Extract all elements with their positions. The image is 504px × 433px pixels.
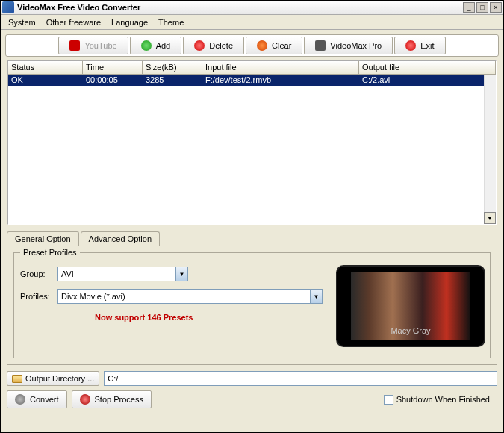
group-dropdown[interactable]: AVI ▼ — [57, 267, 188, 281]
window-title: VideoMax Free Video Converter — [17, 3, 463, 12]
shutdown-checkbox[interactable] — [384, 395, 393, 405]
exit-icon — [405, 40, 416, 51]
delete-button[interactable]: Delete — [183, 37, 244, 54]
delete-label: Delete — [209, 41, 233, 50]
close-button[interactable]: × — [490, 2, 502, 13]
menu-theme[interactable]: Theme — [154, 16, 188, 28]
output-directory-button[interactable]: Output Directory ... — [7, 371, 99, 386]
stop-label: Stop Process — [95, 395, 143, 404]
group-label: Group: — [20, 270, 57, 278]
device-caption: Macy Gray — [391, 326, 430, 335]
menu-language[interactable]: Language — [107, 16, 152, 28]
toolbar-container: YouTube Add Delete Clear VideoMax Pro Ex… — [1, 30, 503, 60]
exit-label: Exit — [420, 41, 434, 50]
convert-label: Convert — [30, 395, 59, 404]
dollar-icon — [315, 40, 326, 51]
add-label: Add — [156, 41, 171, 50]
list-header: Status Time Size(kB) Input file Output f… — [8, 61, 496, 75]
add-icon — [141, 40, 152, 51]
youtube-button[interactable]: YouTube — [58, 37, 128, 54]
device-preview: Macy Gray — [336, 265, 485, 347]
exit-button[interactable]: Exit — [394, 37, 445, 54]
minimize-button[interactable]: _ — [463, 2, 475, 13]
clear-label: Clear — [272, 41, 291, 50]
add-button[interactable]: Add — [130, 37, 182, 54]
scrollbar[interactable] — [484, 75, 496, 224]
stop-button[interactable]: Stop Process — [72, 390, 152, 408]
header-input[interactable]: Input file — [202, 61, 359, 75]
profiles-value: Divx Movie (*.avi) — [58, 292, 310, 301]
stop-icon — [80, 394, 90, 405]
cell-time: 00:00:05 — [83, 75, 143, 86]
header-output[interactable]: Output file — [359, 61, 496, 75]
header-size[interactable]: Size(kB) — [143, 61, 202, 75]
tab-panel: Preset Profiles Group: AVI ▼ Profiles: D… — [7, 246, 497, 365]
window-controls: _ □ × — [463, 2, 502, 13]
file-list: Status Time Size(kB) Input file Output f… — [7, 60, 497, 225]
shutdown-option: Shutdown When Finished — [384, 395, 490, 405]
delete-icon — [194, 40, 205, 51]
shutdown-label: Shutdown When Finished — [396, 395, 490, 404]
chevron-down-icon[interactable]: ▼ — [175, 267, 187, 281]
option-tabs: General Option Advanced Option — [7, 231, 497, 246]
pro-button[interactable]: VideoMax Pro — [304, 37, 393, 54]
youtube-icon — [69, 40, 80, 51]
chevron-down-icon[interactable]: ▼ — [310, 290, 322, 303]
titlebar: VideoMax Free Video Converter _ □ × — [1, 1, 503, 15]
toolbar: YouTube Add Delete Clear VideoMax Pro Ex… — [5, 34, 499, 57]
preset-profiles-group: Preset Profiles Group: AVI ▼ Profiles: D… — [13, 252, 491, 358]
scroll-down-button[interactable]: ▼ — [484, 212, 496, 224]
tab-advanced[interactable]: Advanced Option — [81, 231, 160, 246]
pro-label: VideoMax Pro — [330, 41, 382, 50]
cell-size: 3285 — [143, 75, 202, 86]
cell-status: OK — [8, 75, 83, 86]
menu-system[interactable]: System — [4, 16, 40, 28]
gear-icon — [15, 394, 25, 405]
convert-button[interactable]: Convert — [7, 390, 67, 408]
list-body[interactable]: OK 00:00:05 3285 F:/dev/test/2.rmvb C:/2… — [8, 75, 496, 224]
device-screen: Macy Gray — [351, 272, 470, 340]
menu-other-freeware[interactable]: Other freeware — [42, 16, 105, 28]
output-directory-row: Output Directory ... C:/ — [7, 371, 497, 386]
preset-legend: Preset Profiles — [20, 248, 80, 257]
cell-input: F:/dev/test/2.rmvb — [202, 75, 359, 86]
app-icon — [2, 1, 14, 13]
tab-general[interactable]: General Option — [7, 231, 79, 246]
header-status[interactable]: Status — [8, 61, 83, 75]
app-window: VideoMax Free Video Converter _ □ × Syst… — [0, 0, 504, 433]
group-value: AVI — [58, 270, 175, 278]
cell-output: C:/2.avi — [359, 75, 496, 86]
folder-icon — [12, 375, 22, 383]
output-directory-label: Output Directory ... — [25, 374, 94, 383]
maximize-button[interactable]: □ — [476, 2, 488, 13]
clear-button[interactable]: Clear — [246, 37, 302, 54]
youtube-label: YouTube — [84, 41, 116, 50]
profiles-dropdown[interactable]: Divx Movie (*.avi) ▼ — [57, 289, 323, 304]
header-time[interactable]: Time — [83, 61, 143, 75]
output-directory-input[interactable]: C:/ — [104, 371, 497, 386]
table-row[interactable]: OK 00:00:05 3285 F:/dev/test/2.rmvb C:/2… — [8, 75, 496, 86]
action-row: Convert Stop Process Shutdown When Finis… — [7, 390, 497, 408]
profiles-label: Profiles: — [20, 292, 57, 301]
clear-icon — [257, 40, 267, 51]
menubar: System Other freeware Language Theme — [1, 15, 503, 30]
